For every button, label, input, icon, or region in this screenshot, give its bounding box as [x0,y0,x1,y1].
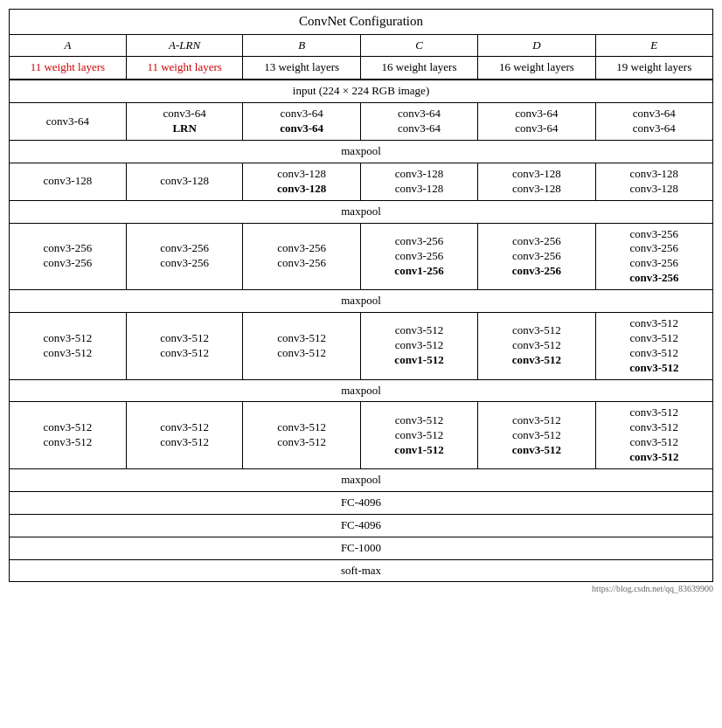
maxpool2-label: maxpool [10,200,713,223]
conv1-row: conv3-64 conv3-64LRN conv3-64conv3-64 co… [10,103,713,141]
conv4-e: conv3-512conv3-512conv3-512conv3-512 [595,312,712,379]
col-c-weights: 16 weight layers [360,57,477,80]
conv5-a: conv3-512conv3-512 [10,402,127,469]
col-e-header: E [595,34,712,57]
conv1-d: conv3-64conv3-64 [478,103,595,141]
conv3-row: conv3-256conv3-256 conv3-256conv3-256 co… [10,223,713,290]
fc1000-label: FC-1000 [10,537,713,559]
conv4-row: conv3-512conv3-512 conv3-512conv3-512 co… [10,312,713,379]
conv5-d-bold: conv3-512 [512,443,561,456]
col-alrn-header: A-LRN [126,34,243,57]
conv5-c-bold: conv1-512 [394,443,443,456]
conv1-e: conv3-64conv3-64 [595,103,712,141]
lrn-label: LRN [172,121,196,135]
conv3-d: conv3-256conv3-256conv3-256 [478,223,595,290]
col-alrn-weights: 11 weight layers [126,57,243,80]
conv1-b-bold: conv3-64 [280,121,323,135]
maxpool3-row: maxpool [10,290,713,313]
col-a-header: A [10,34,127,57]
maxpool4-label: maxpool [10,379,713,402]
table-title: ConvNet Configuration [10,10,713,35]
conv4-d: conv3-512conv3-512conv3-512 [478,312,595,379]
conv3-alrn: conv3-256conv3-256 [126,223,243,290]
conv1-a: conv3-64 [10,103,127,141]
col-a-weights: 11 weight layers [10,57,127,80]
input-label: input (224 × 224 RGB image) [10,80,713,102]
conv2-alrn: conv3-128 [126,163,243,200]
fc4096-2-row: FC-4096 [10,514,713,537]
conv2-d: conv3-128conv3-128 [478,163,595,200]
conv4-b: conv3-512conv3-512 [243,312,360,379]
input-row: input (224 × 224 RGB image) [10,80,713,102]
conv5-e: conv3-512conv3-512conv3-512conv3-512 [595,402,712,469]
conv4-d-bold: conv3-512 [512,353,561,366]
col-b-header: B [243,34,360,57]
fc4096-1-row: FC-4096 [10,491,713,514]
maxpool2-row: maxpool [10,200,713,223]
conv4-e-bold: conv3-512 [629,361,678,374]
conv4-c: conv3-512conv3-512conv1-512 [360,312,477,379]
conv3-e: conv3-256conv3-256conv3-256conv3-256 [595,223,712,290]
conv4-a: conv3-512conv3-512 [10,312,127,379]
conv2-e: conv3-128conv3-128 [595,163,712,200]
column-header-row: A A-LRN B C D E [10,34,713,57]
col-c-header: C [360,34,477,57]
conv5-b: conv3-512conv3-512 [243,402,360,469]
col-d-header: D [478,34,595,57]
softmax-row: soft-max [10,559,713,582]
conv2-b-bold: conv3-128 [277,182,326,195]
title-row: ConvNet Configuration [10,10,713,35]
fc4096-1-label: FC-4096 [10,491,713,514]
fc4096-2-label: FC-4096 [10,514,713,537]
col-d-weights: 16 weight layers [478,57,595,80]
conv3-b: conv3-256conv3-256 [243,223,360,290]
conv1-c: conv3-64conv3-64 [360,103,477,141]
conv5-d: conv3-512conv3-512conv3-512 [478,402,595,469]
maxpool4-row: maxpool [10,379,713,402]
maxpool3-label: maxpool [10,290,713,313]
conv3-e-bold: conv3-256 [629,271,678,284]
conv1-alrn: conv3-64LRN [126,103,243,141]
table-wrapper: ConvNet Configuration A A-LRN B C D E 11… [9,9,713,593]
conv3-c-bold: conv1-256 [394,264,443,277]
maxpool5-row: maxpool [10,468,713,491]
col-b-weights: 13 weight layers [243,57,360,80]
conv2-b: conv3-128conv3-128 [243,163,360,200]
conv1-b: conv3-64conv3-64 [243,103,360,141]
fc1000-row: FC-1000 [10,537,713,559]
conv2-c: conv3-128conv3-128 [360,163,477,200]
conv5-row: conv3-512conv3-512 conv3-512conv3-512 co… [10,402,713,469]
conv2-a: conv3-128 [10,163,127,200]
maxpool5-label: maxpool [10,468,713,491]
col-e-weights: 19 weight layers [595,57,712,80]
conv2-row: conv3-128 conv3-128 conv3-128conv3-128 c… [10,163,713,200]
conv5-c: conv3-512conv3-512conv1-512 [360,402,477,469]
maxpool1-row: maxpool [10,140,713,163]
maxpool1-label: maxpool [10,140,713,163]
conv4-alrn: conv3-512conv3-512 [126,312,243,379]
conv3-a: conv3-256conv3-256 [10,223,127,290]
conv5-e-bold: conv3-512 [629,450,678,463]
softmax-label: soft-max [10,559,713,582]
watermark: https://blog.csdn.net/qq_83639900 [9,584,713,593]
conv3-d-bold: conv3-256 [512,264,561,277]
conv5-alrn: conv3-512conv3-512 [126,402,243,469]
convnet-config-table: ConvNet Configuration A A-LRN B C D E 11… [9,9,713,582]
weight-layers-row: 11 weight layers 11 weight layers 13 wei… [10,57,713,80]
conv4-c-bold: conv1-512 [394,353,443,366]
conv3-c: conv3-256conv3-256conv1-256 [360,223,477,290]
